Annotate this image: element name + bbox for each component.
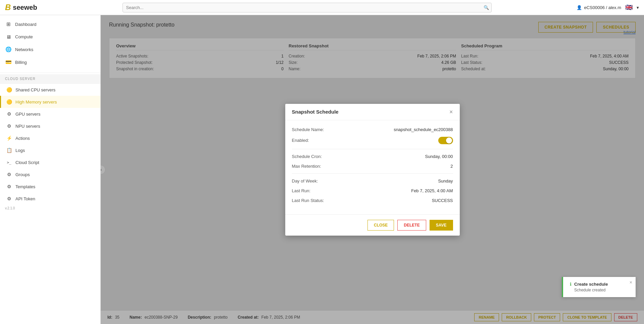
sidebar-item-gpu[interactable]: ⚙ GPU servers xyxy=(0,108,100,120)
sidebar-item-templates[interactable]: ⚙ Templates xyxy=(0,180,100,193)
toast-notification: ℹ Create schedule Schedule created × xyxy=(562,277,636,297)
sidebar-label-templates: Templates xyxy=(15,184,35,189)
compute-icon: 🖥 xyxy=(5,34,12,40)
search-icon: 🔍 xyxy=(484,5,489,10)
logs-icon: 📋 xyxy=(6,147,12,153)
modal-close-button[interactable]: CLOSE xyxy=(367,220,394,231)
toast-message: Schedule created xyxy=(574,288,608,292)
sidebar-item-compute[interactable]: 🖥 Compute xyxy=(0,31,100,43)
max-retention-row: Max Retention: 2 xyxy=(292,164,453,169)
schedule-cron-value: Sunday, 00:00 xyxy=(425,154,453,159)
version-label: v.2.1.0 xyxy=(0,205,100,212)
modal-divider-1 xyxy=(292,149,453,149)
toast-title: Create schedule xyxy=(574,282,608,287)
schedule-cron-row: Schedule Cron: Sunday, 00:00 xyxy=(292,154,453,159)
modal-delete-button[interactable]: DELETE xyxy=(397,220,426,231)
sidebar-item-npu[interactable]: ⚙ NPU servers xyxy=(0,120,100,132)
modal-divider-2 xyxy=(292,173,453,174)
sidebar-label-actions: Actions xyxy=(15,136,30,141)
last-run-status-row: Last Run Status: SUCCESS xyxy=(292,198,453,203)
sidebar-label-billing: Billing xyxy=(15,60,27,65)
gpu-icon: ⚙ xyxy=(6,111,12,117)
sidebar-section-header: CLOUD SERVER xyxy=(0,74,100,84)
user-icon: 👤 xyxy=(577,5,582,10)
sidebar-label-groups: Groups xyxy=(15,172,30,177)
last-run-status-label: Last Run Status: xyxy=(292,198,324,203)
sidebar-label-shared-cpu: Shared CPU servers xyxy=(15,87,55,92)
app-wrapper: B seeweb 🔍 👤 eCS00006 / alex.m 🇬🇧 ▾ ⊞ Da… xyxy=(0,0,644,324)
logo-text: seeweb xyxy=(13,4,37,11)
sidebar-item-high-memory[interactable]: 🟡 High Memory servers xyxy=(0,96,100,108)
sidebar-item-logs[interactable]: 📋 Logs xyxy=(0,144,100,156)
sidebar-label-cloud-script: Cloud Script xyxy=(15,160,39,165)
user-info: 👤 eCS00006 / alex.m xyxy=(577,5,621,10)
nav-main: ⊞ Dashboard 🖥 Compute 🌐 Networks 💳 Billi… xyxy=(0,15,100,71)
search-bar: 🔍 xyxy=(122,3,492,12)
sidebar-label-logs: Logs xyxy=(15,148,25,153)
chevron-down-icon: ▾ xyxy=(637,5,639,10)
sidebar-label-high-memory: High Memory servers xyxy=(15,99,57,105)
day-of-week-value: Sunday xyxy=(438,178,453,184)
day-of-week-label: Day of Week: xyxy=(292,178,318,184)
modal-close-x-button[interactable]: × xyxy=(449,109,453,115)
content: CREATE SNAPSHOT SCHEDULES Running Snapsh… xyxy=(101,15,644,324)
modal-last-run-row: Last Run: Feb 7, 2025, 4:00 AM xyxy=(292,188,453,193)
sidebar-label-api-token: API Token xyxy=(15,196,35,201)
npu-icon: ⚙ xyxy=(6,123,12,129)
enabled-row: Enabled: xyxy=(292,137,453,144)
schedule-name-value: snapshot_schedule_ec200388 xyxy=(394,127,453,132)
enabled-label: Enabled: xyxy=(292,138,309,143)
user-label: eCS00006 / alex.m xyxy=(584,5,621,10)
modal-save-button[interactable]: SAVE xyxy=(430,220,453,231)
sidebar-label-gpu: GPU servers xyxy=(15,112,40,117)
templates-icon: ⚙ xyxy=(6,184,12,190)
top-right: 👤 eCS00006 / alex.m 🇬🇧 ▾ xyxy=(577,4,639,11)
high-memory-icon: 🟡 xyxy=(6,99,12,105)
actions-icon: ⚡ xyxy=(6,135,12,141)
enabled-toggle[interactable] xyxy=(438,137,453,144)
networks-icon: 🌐 xyxy=(5,46,12,52)
modal-last-run-value: Feb 7, 2025, 4:00 AM xyxy=(411,188,453,193)
modal-header: Snapshot Schedule × xyxy=(285,104,460,120)
sidebar-label-dashboard: Dashboard xyxy=(15,22,37,27)
sidebar-item-shared-cpu[interactable]: 🟡 Shared CPU servers xyxy=(0,84,100,96)
search-input[interactable] xyxy=(122,3,492,12)
last-run-status-value: SUCCESS xyxy=(432,198,453,203)
toggle-knob xyxy=(446,137,452,144)
snapshot-schedule-modal: Snapshot Schedule × Schedule Name: snaps… xyxy=(285,104,460,236)
content-rel: CREATE SNAPSHOT SCHEDULES Running Snapsh… xyxy=(101,15,644,324)
modal-title: Snapshot Schedule xyxy=(292,109,339,115)
language-flag[interactable]: 🇬🇧 xyxy=(625,4,633,11)
top-bar: B seeweb 🔍 👤 eCS00006 / alex.m 🇬🇧 ▾ xyxy=(0,0,644,15)
modal-last-run-label: Last Run: xyxy=(292,188,311,193)
max-retention-value: 2 xyxy=(450,164,453,169)
modal-footer: CLOSE DELETE SAVE xyxy=(285,214,460,236)
logo: B seeweb xyxy=(5,3,37,12)
cloud-script-icon: >_ xyxy=(6,159,12,165)
toast-success-icon: ℹ xyxy=(570,282,572,287)
shared-cpu-icon: 🟡 xyxy=(6,87,12,93)
sidebar-item-billing[interactable]: 💳 Billing xyxy=(0,56,100,69)
dashboard-icon: ⊞ xyxy=(5,21,12,27)
billing-icon: 💳 xyxy=(5,59,12,65)
sidebar-label-networks: Networks xyxy=(15,47,33,52)
max-retention-label: Max Retention: xyxy=(292,164,321,169)
sidebar: ⊞ Dashboard 🖥 Compute 🌐 Networks 💳 Billi… xyxy=(0,15,101,324)
schedule-name-label: Schedule Name: xyxy=(292,127,324,132)
sidebar-divider xyxy=(0,73,100,73)
logo-b: B xyxy=(5,3,11,12)
schedule-name-row: Schedule Name: snapshot_schedule_ec20038… xyxy=(292,127,453,132)
sidebar-label-compute: Compute xyxy=(15,34,33,39)
sidebar-item-actions[interactable]: ⚡ Actions xyxy=(0,132,100,144)
day-of-week-row: Day of Week: Sunday xyxy=(292,178,453,184)
sidebar-item-dashboard[interactable]: ⊞ Dashboard xyxy=(0,18,100,31)
sidebar-item-cloud-script[interactable]: >_ Cloud Script xyxy=(0,156,100,168)
api-token-icon: ⚙ xyxy=(6,196,12,202)
sidebar-item-groups[interactable]: ⚙ Groups xyxy=(0,168,100,180)
main-area: ⊞ Dashboard 🖥 Compute 🌐 Networks 💳 Billi… xyxy=(0,15,644,324)
schedule-cron-label: Schedule Cron: xyxy=(292,154,322,159)
modal-body: Schedule Name: snapshot_schedule_ec20038… xyxy=(285,120,460,214)
sidebar-item-api-token[interactable]: ⚙ API Token xyxy=(0,193,100,205)
sidebar-item-networks[interactable]: 🌐 Networks xyxy=(0,43,100,56)
toast-close-button[interactable]: × xyxy=(630,280,632,285)
